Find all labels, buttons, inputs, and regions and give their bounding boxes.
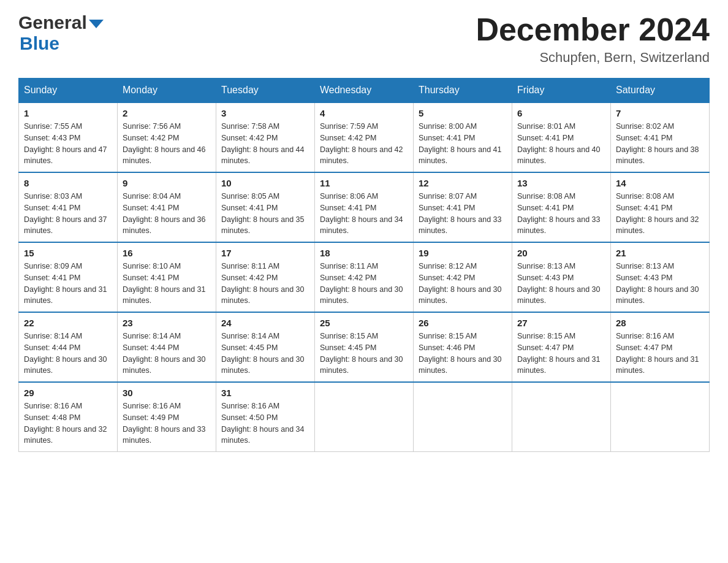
table-row (414, 382, 512, 452)
day-number: 12 (419, 178, 507, 188)
table-row: 3 Sunrise: 7:58 AM Sunset: 4:42 PM Dayli… (216, 102, 315, 172)
table-row (611, 382, 710, 452)
calendar-table: Sunday Monday Tuesday Wednesday Thursday… (18, 78, 710, 452)
day-info: Sunrise: 8:16 AM Sunset: 4:48 PM Dayligh… (24, 400, 112, 446)
location-text: Schupfen, Bern, Switzerland (476, 50, 710, 66)
table-row: 8 Sunrise: 8:03 AM Sunset: 4:41 PM Dayli… (19, 172, 118, 242)
day-number: 5 (419, 108, 507, 118)
col-sunday: Sunday (19, 79, 118, 103)
table-row: 5 Sunrise: 8:00 AM Sunset: 4:41 PM Dayli… (414, 102, 512, 172)
day-info: Sunrise: 8:16 AM Sunset: 4:47 PM Dayligh… (616, 331, 704, 377)
day-info: Sunrise: 8:04 AM Sunset: 4:41 PM Dayligh… (123, 191, 211, 237)
calendar-week-row: 15 Sunrise: 8:09 AM Sunset: 4:41 PM Dayl… (19, 242, 710, 312)
day-info: Sunrise: 8:08 AM Sunset: 4:41 PM Dayligh… (616, 191, 704, 237)
day-number: 30 (123, 388, 211, 398)
day-number: 16 (123, 248, 211, 258)
day-info: Sunrise: 8:06 AM Sunset: 4:41 PM Dayligh… (320, 191, 408, 237)
day-number: 8 (24, 178, 112, 188)
day-info: Sunrise: 8:00 AM Sunset: 4:41 PM Dayligh… (419, 121, 507, 167)
day-number: 22 (24, 318, 112, 328)
table-row: 9 Sunrise: 8:04 AM Sunset: 4:41 PM Dayli… (118, 172, 216, 242)
day-info: Sunrise: 8:13 AM Sunset: 4:43 PM Dayligh… (616, 261, 704, 307)
logo-arrow-icon (89, 20, 104, 28)
calendar-week-row: 22 Sunrise: 8:14 AM Sunset: 4:44 PM Dayl… (19, 312, 710, 382)
day-number: 18 (320, 248, 408, 258)
day-number: 28 (616, 318, 704, 328)
col-saturday: Saturday (611, 79, 710, 103)
day-number: 4 (320, 108, 408, 118)
table-row: 31 Sunrise: 8:16 AM Sunset: 4:50 PM Dayl… (216, 382, 315, 452)
day-number: 29 (24, 388, 112, 398)
day-number: 11 (320, 178, 408, 188)
day-number: 27 (517, 318, 605, 328)
calendar-week-row: 1 Sunrise: 7:55 AM Sunset: 4:43 PM Dayli… (19, 102, 710, 172)
table-row: 11 Sunrise: 8:06 AM Sunset: 4:41 PM Dayl… (315, 172, 414, 242)
day-info: Sunrise: 8:12 AM Sunset: 4:42 PM Dayligh… (419, 261, 507, 307)
day-info: Sunrise: 8:09 AM Sunset: 4:41 PM Dayligh… (24, 261, 112, 307)
table-row: 25 Sunrise: 8:15 AM Sunset: 4:45 PM Dayl… (315, 312, 414, 382)
day-info: Sunrise: 8:05 AM Sunset: 4:41 PM Dayligh… (221, 191, 309, 237)
table-row (315, 382, 414, 452)
day-number: 14 (616, 178, 704, 188)
day-number: 25 (320, 318, 408, 328)
day-number: 7 (616, 108, 704, 118)
day-info: Sunrise: 7:56 AM Sunset: 4:42 PM Dayligh… (123, 121, 211, 167)
logo: General Blue (18, 12, 104, 54)
day-info: Sunrise: 8:14 AM Sunset: 4:44 PM Dayligh… (123, 331, 211, 377)
table-row: 14 Sunrise: 8:08 AM Sunset: 4:41 PM Dayl… (611, 172, 710, 242)
day-info: Sunrise: 8:07 AM Sunset: 4:41 PM Dayligh… (419, 191, 507, 237)
table-row: 19 Sunrise: 8:12 AM Sunset: 4:42 PM Dayl… (414, 242, 512, 312)
table-row: 18 Sunrise: 8:11 AM Sunset: 4:42 PM Dayl… (315, 242, 414, 312)
table-row (512, 382, 611, 452)
table-row: 17 Sunrise: 8:11 AM Sunset: 4:42 PM Dayl… (216, 242, 315, 312)
day-number: 10 (221, 178, 309, 188)
table-row: 30 Sunrise: 8:16 AM Sunset: 4:49 PM Dayl… (118, 382, 216, 452)
table-row: 21 Sunrise: 8:13 AM Sunset: 4:43 PM Dayl… (611, 242, 710, 312)
table-row: 7 Sunrise: 8:02 AM Sunset: 4:41 PM Dayli… (611, 102, 710, 172)
table-row: 20 Sunrise: 8:13 AM Sunset: 4:43 PM Dayl… (512, 242, 611, 312)
table-row: 2 Sunrise: 7:56 AM Sunset: 4:42 PM Dayli… (118, 102, 216, 172)
day-number: 20 (517, 248, 605, 258)
table-row: 6 Sunrise: 8:01 AM Sunset: 4:41 PM Dayli… (512, 102, 611, 172)
table-row: 4 Sunrise: 7:59 AM Sunset: 4:42 PM Dayli… (315, 102, 414, 172)
day-info: Sunrise: 8:11 AM Sunset: 4:42 PM Dayligh… (221, 261, 309, 307)
day-info: Sunrise: 8:03 AM Sunset: 4:41 PM Dayligh… (24, 191, 112, 237)
month-title: December 2024 (476, 12, 710, 47)
day-number: 24 (221, 318, 309, 328)
table-row: 27 Sunrise: 8:15 AM Sunset: 4:47 PM Dayl… (512, 312, 611, 382)
day-number: 3 (221, 108, 309, 118)
day-info: Sunrise: 8:14 AM Sunset: 4:45 PM Dayligh… (221, 331, 309, 377)
table-row: 24 Sunrise: 8:14 AM Sunset: 4:45 PM Dayl… (216, 312, 315, 382)
day-info: Sunrise: 8:01 AM Sunset: 4:41 PM Dayligh… (517, 121, 605, 167)
table-row: 10 Sunrise: 8:05 AM Sunset: 4:41 PM Dayl… (216, 172, 315, 242)
day-info: Sunrise: 8:13 AM Sunset: 4:43 PM Dayligh… (517, 261, 605, 307)
day-info: Sunrise: 8:02 AM Sunset: 4:41 PM Dayligh… (616, 121, 704, 167)
table-row: 26 Sunrise: 8:15 AM Sunset: 4:46 PM Dayl… (414, 312, 512, 382)
day-info: Sunrise: 7:58 AM Sunset: 4:42 PM Dayligh… (221, 121, 309, 167)
table-row: 29 Sunrise: 8:16 AM Sunset: 4:48 PM Dayl… (19, 382, 118, 452)
day-number: 15 (24, 248, 112, 258)
day-info: Sunrise: 8:16 AM Sunset: 4:50 PM Dayligh… (221, 400, 309, 446)
day-info: Sunrise: 7:59 AM Sunset: 4:42 PM Dayligh… (320, 121, 408, 167)
day-info: Sunrise: 7:55 AM Sunset: 4:43 PM Dayligh… (24, 121, 112, 167)
day-info: Sunrise: 8:15 AM Sunset: 4:46 PM Dayligh… (419, 331, 507, 377)
col-wednesday: Wednesday (315, 79, 414, 103)
table-row: 15 Sunrise: 8:09 AM Sunset: 4:41 PM Dayl… (19, 242, 118, 312)
calendar-week-row: 8 Sunrise: 8:03 AM Sunset: 4:41 PM Dayli… (19, 172, 710, 242)
table-row: 12 Sunrise: 8:07 AM Sunset: 4:41 PM Dayl… (414, 172, 512, 242)
day-number: 17 (221, 248, 309, 258)
table-row: 23 Sunrise: 8:14 AM Sunset: 4:44 PM Dayl… (118, 312, 216, 382)
col-monday: Monday (118, 79, 216, 103)
day-number: 6 (517, 108, 605, 118)
logo-general-text: General (18, 12, 87, 33)
day-info: Sunrise: 8:08 AM Sunset: 4:41 PM Dayligh… (517, 191, 605, 237)
day-number: 9 (123, 178, 211, 188)
day-number: 19 (419, 248, 507, 258)
table-row: 22 Sunrise: 8:14 AM Sunset: 4:44 PM Dayl… (19, 312, 118, 382)
table-row: 16 Sunrise: 8:10 AM Sunset: 4:41 PM Dayl… (118, 242, 216, 312)
col-thursday: Thursday (414, 79, 512, 103)
day-info: Sunrise: 8:10 AM Sunset: 4:41 PM Dayligh… (123, 261, 211, 307)
day-info: Sunrise: 8:15 AM Sunset: 4:45 PM Dayligh… (320, 331, 408, 377)
day-info: Sunrise: 8:15 AM Sunset: 4:47 PM Dayligh… (517, 331, 605, 377)
title-section: December 2024 Schupfen, Bern, Switzerlan… (476, 12, 710, 66)
